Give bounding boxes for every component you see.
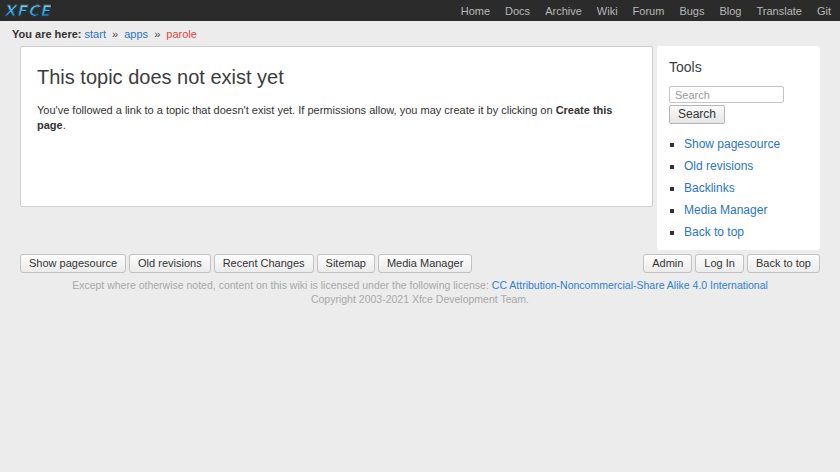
tools-link-list: Show pagesource Old revisions Backlinks … xyxy=(673,137,808,239)
nav-git[interactable]: Git xyxy=(817,5,831,17)
list-item: Back to top xyxy=(684,225,808,239)
body-text-prefix: You've followed a link to a topic that d… xyxy=(37,104,556,116)
license-text: Except where otherwise noted, content on… xyxy=(72,279,492,291)
tools-title: Tools xyxy=(669,59,808,75)
license-link[interactable]: CC Attribution-Noncommercial-Share Alike… xyxy=(492,279,768,291)
sidebar-link-old-revisions[interactable]: Old revisions xyxy=(684,159,753,173)
old-revisions-button[interactable]: Old revisions xyxy=(129,254,211,273)
nav-bugs[interactable]: Bugs xyxy=(679,5,704,17)
top-navigation: Home Docs Archive Wiki Forum Bugs Blog T… xyxy=(461,5,831,17)
nav-blog[interactable]: Blog xyxy=(719,5,741,17)
breadcrumb: You are here: start » apps » parole xyxy=(0,21,840,46)
nav-wiki[interactable]: Wiki xyxy=(597,5,618,17)
show-pagesource-button[interactable]: Show pagesource xyxy=(20,254,126,273)
sidebar-link-backlinks[interactable]: Backlinks xyxy=(684,181,735,195)
page-buttons-right: Admin Log In Back to top xyxy=(643,254,820,273)
page-buttons-row: Show pagesource Old revisions Recent Cha… xyxy=(0,250,840,273)
nav-home[interactable]: Home xyxy=(461,5,490,17)
nav-archive[interactable]: Archive xyxy=(545,5,582,17)
recent-changes-button[interactable]: Recent Changes xyxy=(214,254,314,273)
breadcrumb-link-start[interactable]: start xyxy=(85,28,106,40)
nav-forum[interactable]: Forum xyxy=(633,5,665,17)
sidebar-link-back-to-top[interactable]: Back to top xyxy=(684,225,744,239)
breadcrumb-link-apps[interactable]: apps xyxy=(124,28,148,40)
list-item: Show pagesource xyxy=(684,137,808,151)
list-item: Backlinks xyxy=(684,181,808,195)
tools-sidebar: Tools Search Show pagesource Old revisio… xyxy=(657,46,820,250)
admin-button[interactable]: Admin xyxy=(643,254,692,273)
sidebar-link-media-manager[interactable]: Media Manager xyxy=(684,203,767,217)
breadcrumb-separator: » xyxy=(154,28,160,40)
sitemap-button[interactable]: Sitemap xyxy=(317,254,375,273)
body-text-suffix: . xyxy=(63,119,66,131)
page-content-panel: This topic does not exist yet You've fol… xyxy=(20,46,653,207)
top-header-bar: XFCE Home Docs Archive Wiki Forum Bugs B… xyxy=(0,0,840,21)
back-to-top-button[interactable]: Back to top xyxy=(747,254,820,273)
copyright-line: Copyright 2003-2021 Xfce Development Tea… xyxy=(0,293,840,306)
page-body-text: You've followed a link to a topic that d… xyxy=(37,103,636,134)
search-button[interactable]: Search xyxy=(669,105,725,124)
breadcrumb-label: You are here: xyxy=(12,28,82,40)
breadcrumb-link-parole[interactable]: parole xyxy=(166,28,197,40)
login-button[interactable]: Log In xyxy=(695,254,744,273)
page-title: This topic does not exist yet xyxy=(37,66,636,89)
page-buttons-left: Show pagesource Old revisions Recent Cha… xyxy=(20,254,472,273)
nav-translate[interactable]: Translate xyxy=(756,5,801,17)
breadcrumb-separator: » xyxy=(112,28,118,40)
search-input[interactable] xyxy=(669,86,784,103)
license-line: Except where otherwise noted, content on… xyxy=(0,279,840,292)
sidebar-link-show-pagesource[interactable]: Show pagesource xyxy=(684,137,780,151)
footer: Except where otherwise noted, content on… xyxy=(0,279,840,305)
xfce-logo[interactable]: XFCE xyxy=(4,2,51,20)
content-area: This topic does not exist yet You've fol… xyxy=(0,46,840,250)
media-manager-button[interactable]: Media Manager xyxy=(378,254,472,273)
list-item: Old revisions xyxy=(684,159,808,173)
list-item: Media Manager xyxy=(684,203,808,217)
nav-docs[interactable]: Docs xyxy=(505,5,530,17)
